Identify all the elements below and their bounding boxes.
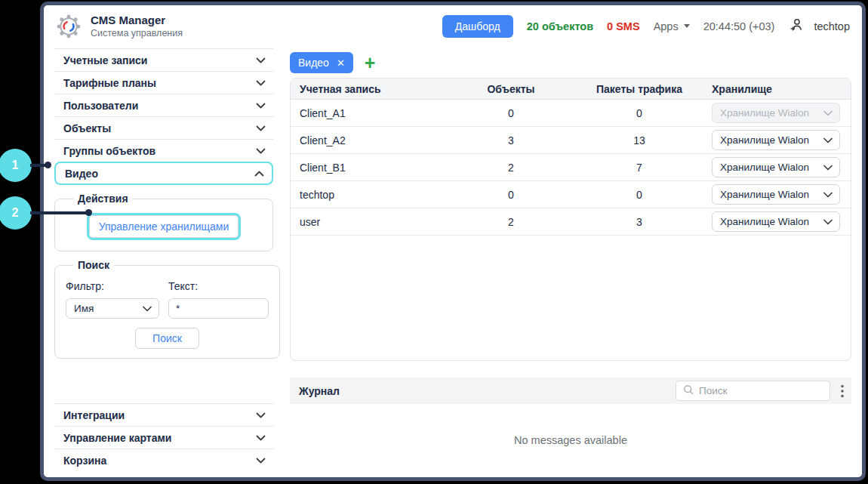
chevron-down-icon [256, 148, 266, 154]
search-text-input[interactable] [168, 298, 269, 319]
filter-select-value: Имя [74, 303, 94, 314]
sidebar-item-label: Объекты [63, 122, 111, 134]
sidebar-item-users[interactable]: Пользователи [54, 94, 273, 116]
chevron-down-icon [823, 137, 833, 143]
sidebar-item-label: Видео [65, 168, 98, 180]
dashboard-button[interactable]: Дашборд [442, 15, 513, 38]
annotation-highlight-ring: Управление хранилищами [87, 213, 242, 240]
annotation-dot-1 [45, 162, 51, 168]
sms-count-badge: 0 SMS [607, 20, 640, 32]
chevron-down-icon [823, 219, 833, 225]
storage-select: Хранилище Wialon [712, 103, 840, 123]
objects-value: 3 [451, 134, 571, 146]
storage-select-value: Хранилище Wialon [720, 107, 809, 119]
main-panel: Видео ✕ + Учетная запись Объекты Пакеты … [282, 47, 862, 477]
storage-select[interactable]: Хранилище Wialon [712, 130, 840, 150]
account-name: techtop [291, 189, 451, 201]
tab-video-label: Видео [298, 57, 329, 69]
objects-value: 2 [451, 162, 571, 174]
chevron-up-icon [254, 171, 264, 177]
sidebar-item-accounts[interactable]: Учетные записи [54, 49, 273, 71]
top-header: CMS Manager Система управления Дашборд 2… [44, 5, 862, 47]
sidebar-item-label: Тарифные планы [63, 77, 156, 89]
sidebar-item-map-management[interactable]: Управление картами [54, 427, 273, 449]
switch-user-icon [788, 17, 805, 36]
sidebar-item-integrations[interactable]: Интеграции [54, 404, 273, 426]
annotation-badge-1: 1 [0, 149, 32, 182]
annotation-line-2 [30, 211, 87, 214]
annotation-dot-2 [85, 209, 92, 216]
annotation-line-1 [30, 164, 46, 167]
clock: 20:44:50 (+03) [703, 20, 775, 32]
tab-video[interactable]: Видео ✕ [290, 52, 353, 73]
app-title-block: CMS Manager Система управления [91, 14, 183, 39]
traffic-value: 7 [571, 162, 707, 174]
storage-select[interactable]: Хранилище Wialon [712, 184, 840, 205]
journal-empty-message: No messages available [290, 434, 851, 446]
annotation-badge-2: 2 [0, 196, 32, 230]
storage-select-value: Хранилище Wialon [720, 189, 809, 200]
app-subtitle: Система управления [91, 28, 183, 39]
account-name: Client_A2 [291, 134, 451, 146]
storage-management-button[interactable]: Управление хранилищами [89, 215, 239, 238]
sidebar-item-label: Управление картами [63, 432, 171, 444]
traffic-value: 3 [571, 216, 707, 228]
search-icon [682, 384, 694, 399]
sidebar-item-label: Интеграции [63, 409, 125, 421]
sidebar-item-object-groups[interactable]: Группы объектов [54, 140, 273, 162]
objects-count-badge: 20 объектов [527, 20, 593, 32]
chevron-down-icon [684, 24, 690, 28]
filter-select[interactable]: Имя [66, 298, 159, 319]
sidebar-item-label: Корзина [63, 455, 106, 467]
storage-select-value: Хранилище Wialon [720, 162, 809, 173]
column-header-traffic: Пакеты трафика [571, 83, 707, 95]
column-header-account: Учетная запись [291, 83, 451, 95]
chevron-down-icon [256, 80, 266, 86]
sidebar-search-button[interactable]: Поиск [135, 328, 199, 349]
chevron-down-icon [823, 192, 833, 198]
search-panel-legend: Поиск [73, 259, 114, 271]
user-menu[interactable]: techtop [788, 17, 850, 36]
table-header-row: Учетная запись Объекты Пакеты трафика Хр… [291, 79, 851, 100]
journal-search-box[interactable] [676, 381, 830, 401]
traffic-value: 0 [571, 107, 707, 119]
annotation-number: 2 [12, 206, 19, 220]
table-row: Client_A2 3 13 Хранилище Wialon [291, 127, 851, 154]
actions-panel: Действия Управление хранилищами [54, 193, 273, 251]
filter-label: Фильтр: [66, 280, 159, 292]
storage-select[interactable]: Хранилище Wialon [712, 157, 840, 177]
journal-title: Журнал [299, 385, 340, 397]
chevron-down-icon [823, 165, 833, 171]
table-row: user 2 3 Хранилище Wialon [291, 208, 851, 236]
sidebar-item-label: Группы объектов [63, 145, 155, 157]
account-name: Client_A1 [291, 107, 451, 119]
search-panel: Поиск Фильтр: Имя Текст: По [54, 259, 280, 359]
column-header-objects: Объекты [451, 83, 571, 95]
sidebar-item-trash[interactable]: Корзина [54, 449, 273, 471]
cms-gear-logo-icon [54, 12, 83, 41]
sidebar-item-tariff-plans[interactable]: Тарифные планы [54, 72, 273, 94]
chevron-down-icon [256, 125, 266, 131]
apps-menu[interactable]: Apps [654, 20, 690, 32]
chevron-down-icon [256, 57, 266, 63]
annotation-number: 1 [12, 159, 19, 172]
kebab-menu-icon[interactable] [841, 384, 844, 398]
storage-select-value: Хранилище Wialon [720, 216, 809, 227]
column-header-storage: Хранилище [707, 83, 851, 95]
sidebar: Учетные записи Тарифные планы Пользовате… [44, 47, 282, 477]
storage-select[interactable]: Хранилище Wialon [712, 211, 840, 232]
close-icon[interactable]: ✕ [337, 58, 345, 68]
chevron-down-icon [256, 103, 266, 109]
text-label: Текст: [168, 280, 269, 292]
chevron-down-icon [823, 110, 833, 116]
add-tab-button[interactable]: + [365, 54, 376, 71]
journal-search-input[interactable] [699, 385, 823, 396]
sidebar-item-objects[interactable]: Объекты [54, 117, 273, 139]
actions-panel-legend: Действия [73, 193, 133, 205]
objects-value: 2 [451, 216, 571, 228]
sidebar-item-label: Пользователи [63, 100, 138, 112]
accounts-table: Учетная запись Объекты Пакеты трафика Хр… [290, 78, 851, 361]
sidebar-item-video[interactable]: Видео [54, 162, 273, 185]
apps-menu-label: Apps [654, 20, 679, 32]
objects-value: 0 [451, 189, 571, 201]
